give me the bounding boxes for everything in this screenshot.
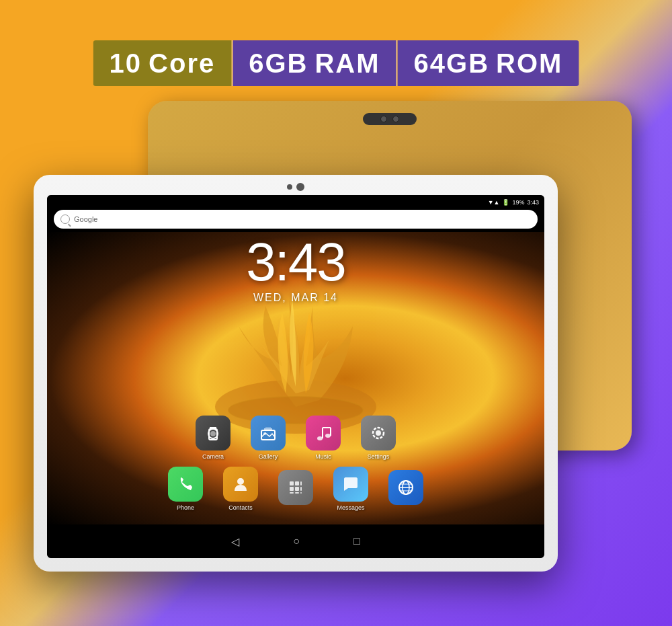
front-camera-dot-1 <box>287 184 292 190</box>
app-apps[interactable] <box>278 470 313 508</box>
search-placeholder: Google <box>74 215 97 223</box>
nav-back-button[interactable]: ◁ <box>231 535 239 548</box>
svg-point-3 <box>210 431 216 436</box>
svg-rect-18 <box>290 487 294 491</box>
messages-icon <box>333 467 368 502</box>
svg-rect-19 <box>295 487 299 491</box>
svg-rect-23 <box>300 492 302 494</box>
app-grid: Camera Gallery <box>47 416 544 511</box>
camera-dot-1 <box>380 116 387 122</box>
svg-rect-17 <box>300 481 302 485</box>
tablet-front: ▼▲ 🔋 19% 3:43 Google <box>34 175 558 572</box>
front-camera-area <box>287 183 304 191</box>
svg-point-7 <box>317 436 323 440</box>
nav-bar: ◁ ○ □ <box>47 524 544 558</box>
app-camera[interactable]: Camera <box>196 416 230 460</box>
spec-ram-number: 6GB <box>249 48 308 79</box>
gallery-icon <box>251 416 286 451</box>
camera-dot-2 <box>392 116 399 122</box>
phone-label: Phone <box>177 504 194 511</box>
svg-rect-20 <box>300 487 302 491</box>
back-camera <box>363 113 417 125</box>
svg-rect-22 <box>295 492 299 494</box>
app-gallery[interactable]: Gallery <box>251 416 286 460</box>
svg-point-12 <box>376 430 381 436</box>
spec-bar: 10 Core 6GB RAM 64GB ROM <box>93 40 579 86</box>
app-messages[interactable]: Messages <box>333 467 368 511</box>
app-contacts[interactable]: Contacts <box>223 467 258 511</box>
svg-point-6 <box>263 432 266 435</box>
app-row-1: Camera Gallery <box>196 416 396 460</box>
app-phone[interactable]: Phone <box>168 467 203 511</box>
music-label: Music <box>315 453 331 460</box>
app-music[interactable]: Music <box>306 416 341 460</box>
battery-icon: 🔋 <box>502 199 509 206</box>
browser-icon <box>388 470 423 505</box>
status-time: 3:43 <box>527 199 539 206</box>
spec-rom-segment: 64GB ROM <box>398 40 579 86</box>
settings-label: Settings <box>368 453 390 460</box>
camera-label: Camera <box>202 453 224 460</box>
spec-core-number: 10 <box>110 48 142 79</box>
wifi-icon: ▼▲ <box>488 199 500 206</box>
svg-rect-15 <box>290 481 294 485</box>
status-icons: ▼▲ 🔋 19% 3:43 <box>488 199 539 206</box>
spec-rom-label: ROM <box>496 48 562 79</box>
tablet-screen: ▼▲ 🔋 19% 3:43 Google <box>47 195 544 558</box>
app-browser[interactable] <box>388 470 423 508</box>
settings-icon <box>361 416 396 451</box>
clock-time: 3:43 <box>246 235 345 289</box>
clock-display: 3:43 WED, MAR 14 <box>246 235 345 304</box>
gallery-label: Gallery <box>259 453 278 460</box>
app-row-2: Phone Contacts <box>168 467 423 511</box>
svg-point-14 <box>237 478 244 485</box>
battery-percent: 19% <box>512 199 524 206</box>
spec-ram-label: RAM <box>314 48 380 79</box>
app-settings[interactable]: Settings <box>361 416 396 460</box>
search-bar[interactable]: Google <box>54 210 538 229</box>
svg-rect-21 <box>290 492 294 494</box>
svg-rect-16 <box>295 481 299 485</box>
phone-icon <box>168 467 203 502</box>
spec-core-segment: 10 Core <box>93 40 232 86</box>
music-icon <box>306 416 341 451</box>
contacts-icon <box>223 467 258 502</box>
search-icon <box>60 214 70 224</box>
spec-core-label: Core <box>149 48 215 79</box>
nav-home-button[interactable]: ○ <box>293 535 300 547</box>
messages-label: Messages <box>337 504 364 511</box>
spec-rom-number: 64GB <box>414 48 490 79</box>
spec-ram-segment: 6GB RAM <box>233 40 396 86</box>
nav-recent-button[interactable]: □ <box>353 535 360 547</box>
apps-grid-icon <box>278 470 313 505</box>
front-camera-dot-2 <box>296 183 304 191</box>
status-bar: ▼▲ 🔋 19% 3:43 <box>47 195 544 210</box>
contacts-label: Contacts <box>228 504 253 511</box>
camera-icon <box>196 416 230 451</box>
svg-point-8 <box>325 434 331 438</box>
clock-date: WED, MAR 14 <box>246 292 345 304</box>
